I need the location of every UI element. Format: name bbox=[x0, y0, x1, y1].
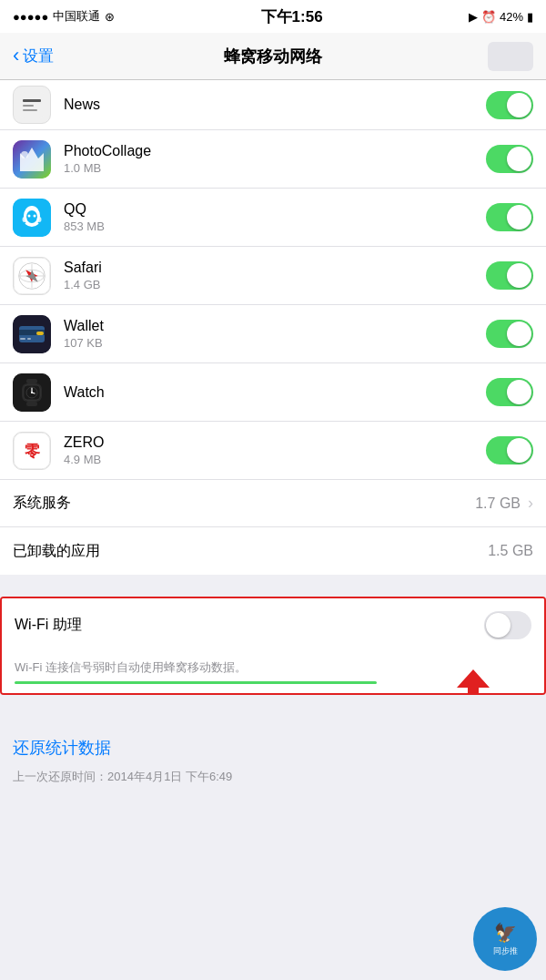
list-item: Watch bbox=[0, 363, 546, 422]
watermark-text: 同步推 bbox=[493, 945, 518, 957]
toggle-wallet[interactable] bbox=[486, 320, 533, 348]
reset-link[interactable]: 还原统计数据 bbox=[13, 739, 111, 757]
svg-rect-29 bbox=[26, 379, 37, 383]
wifi-assist-desc-text: Wi-Fi 连接信号弱时自动使用蜂窝移动数据。 bbox=[15, 659, 531, 676]
svg-point-6 bbox=[21, 151, 28, 158]
toggle-photocollage[interactable] bbox=[486, 145, 533, 173]
wifi-icon: ⊛ bbox=[105, 10, 115, 24]
svg-point-13 bbox=[37, 217, 42, 222]
battery-icon: ▮ bbox=[527, 10, 533, 24]
app-name-watch: Watch bbox=[64, 384, 486, 401]
svg-point-10 bbox=[28, 214, 31, 217]
list-item: QQ 853 MB bbox=[0, 189, 546, 247]
system-services-value: 1.7 GB bbox=[475, 495, 521, 512]
app-name-zero: ZERO bbox=[64, 434, 486, 451]
system-services-label: 系统服务 bbox=[13, 494, 475, 513]
svg-rect-27 bbox=[27, 338, 31, 340]
app-size-photocollage: 1.0 MB bbox=[64, 161, 486, 175]
nav-right-button[interactable] bbox=[488, 42, 533, 71]
back-label: 设置 bbox=[23, 46, 54, 66]
signal-dots: ●●●●● bbox=[13, 10, 48, 24]
back-chevron-icon: ‹ bbox=[13, 46, 19, 66]
reset-section: 还原统计数据 bbox=[0, 731, 546, 762]
svg-rect-3 bbox=[23, 109, 37, 111]
app-info-photocollage: PhotoCollage 1.0 MB bbox=[64, 143, 486, 175]
toggle-knob-photocollage bbox=[507, 147, 531, 171]
app-icon-photocollage bbox=[13, 140, 51, 179]
app-size-qq: 853 MB bbox=[64, 219, 486, 233]
carrier-label: 中国联通 bbox=[53, 8, 100, 25]
svg-rect-26 bbox=[20, 338, 25, 340]
alarm-icon: ⏰ bbox=[481, 10, 496, 24]
svg-rect-30 bbox=[26, 402, 37, 406]
wifi-green-bar bbox=[15, 681, 377, 684]
wifi-assist-label: Wi-Fi 助理 bbox=[15, 616, 484, 635]
list-item: Safari 1.4 GB bbox=[0, 247, 546, 305]
uninstalled-apps-row: 已卸载的应用 1.5 GB bbox=[0, 527, 546, 575]
nav-bar: ‹ 设置 蜂窝移动网络 bbox=[0, 33, 546, 80]
status-time: 下午1:56 bbox=[261, 6, 323, 27]
list-item: PhotoCollage 1.0 MB bbox=[0, 130, 546, 189]
app-size-zero: 4.9 MB bbox=[64, 453, 486, 466]
toggle-safari[interactable] bbox=[486, 261, 533, 290]
app-info-watch: Watch bbox=[64, 384, 486, 401]
toggle-zero[interactable] bbox=[486, 436, 533, 464]
status-left: ●●●●● 中国联通 ⊛ bbox=[13, 8, 115, 25]
svg-rect-2 bbox=[23, 105, 34, 107]
toggle-knob-news bbox=[507, 93, 531, 117]
app-info-safari: Safari 1.4 GB bbox=[64, 260, 486, 291]
location-icon: ▶ bbox=[469, 10, 478, 24]
app-icon-qq bbox=[13, 199, 51, 237]
app-list: News PhotoCollage 1.0 bbox=[0, 80, 546, 575]
app-info-zero: ZERO 4.9 MB bbox=[64, 434, 486, 466]
app-size-safari: 1.4 GB bbox=[64, 278, 486, 291]
uninstalled-apps-label: 已卸载的应用 bbox=[13, 542, 488, 561]
app-name-wallet: Wallet bbox=[64, 318, 486, 334]
toggle-knob-wifi-assist bbox=[486, 613, 511, 638]
app-name-qq: QQ bbox=[64, 201, 486, 218]
toggle-knob-qq bbox=[507, 205, 531, 230]
app-icon-zero: 零 bbox=[13, 432, 51, 470]
status-bar: ●●●●● 中国联通 ⊛ 下午1:56 ▶ ⏰ 42% ▮ bbox=[0, 0, 546, 33]
app-info-wallet: Wallet 107 KB bbox=[64, 318, 486, 350]
toggle-wifi-assist[interactable] bbox=[484, 611, 531, 639]
svg-rect-1 bbox=[23, 99, 41, 102]
toggle-qq[interactable] bbox=[486, 203, 533, 231]
toggle-knob-zero bbox=[507, 438, 531, 463]
svg-point-9 bbox=[26, 210, 37, 223]
app-name-news: News bbox=[64, 97, 486, 113]
list-item: 零 ZERO 4.9 MB bbox=[0, 422, 546, 480]
toggle-knob-safari bbox=[507, 263, 531, 288]
status-right: ▶ ⏰ 42% ▮ bbox=[469, 10, 533, 24]
toggle-watch[interactable] bbox=[486, 378, 533, 406]
section-separator bbox=[0, 575, 546, 597]
toggle-knob-wallet bbox=[507, 322, 531, 346]
uninstalled-apps-value: 1.5 GB bbox=[488, 543, 533, 559]
svg-marker-39 bbox=[457, 669, 490, 695]
svg-text:零: 零 bbox=[25, 442, 41, 459]
back-button[interactable]: ‹ 设置 bbox=[13, 46, 54, 66]
watermark-icon: 🦅 bbox=[494, 922, 517, 944]
app-icon-safari bbox=[13, 257, 51, 295]
app-icon-watch bbox=[13, 373, 51, 412]
list-item: News bbox=[0, 80, 546, 130]
app-icon-wallet bbox=[13, 315, 51, 353]
app-info-qq: QQ 853 MB bbox=[64, 201, 486, 233]
list-item: Wallet 107 KB bbox=[0, 305, 546, 363]
toggle-news[interactable] bbox=[486, 91, 533, 119]
app-icon-news bbox=[13, 86, 51, 124]
system-services-row[interactable]: 系统服务 1.7 GB › bbox=[0, 480, 546, 527]
red-arrow bbox=[457, 669, 490, 695]
nav-title: 蜂窝移动网络 bbox=[224, 46, 322, 67]
app-name-photocollage: PhotoCollage bbox=[64, 143, 486, 159]
watermark: 🦅 同步推 bbox=[473, 907, 537, 971]
app-name-safari: Safari bbox=[64, 260, 486, 276]
chevron-right-icon: › bbox=[528, 494, 533, 513]
toggle-knob-watch bbox=[507, 380, 531, 404]
wifi-assist-row: Wi-Fi 助理 bbox=[2, 598, 544, 652]
svg-rect-25 bbox=[36, 332, 44, 335]
last-reset-text: 上一次还原时间：2014年4月1日 下午6:49 bbox=[13, 770, 232, 783]
battery-label: 42% bbox=[500, 10, 523, 24]
last-reset-section: 上一次还原时间：2014年4月1日 下午6:49 bbox=[0, 762, 546, 798]
app-info-news: News bbox=[64, 97, 486, 113]
